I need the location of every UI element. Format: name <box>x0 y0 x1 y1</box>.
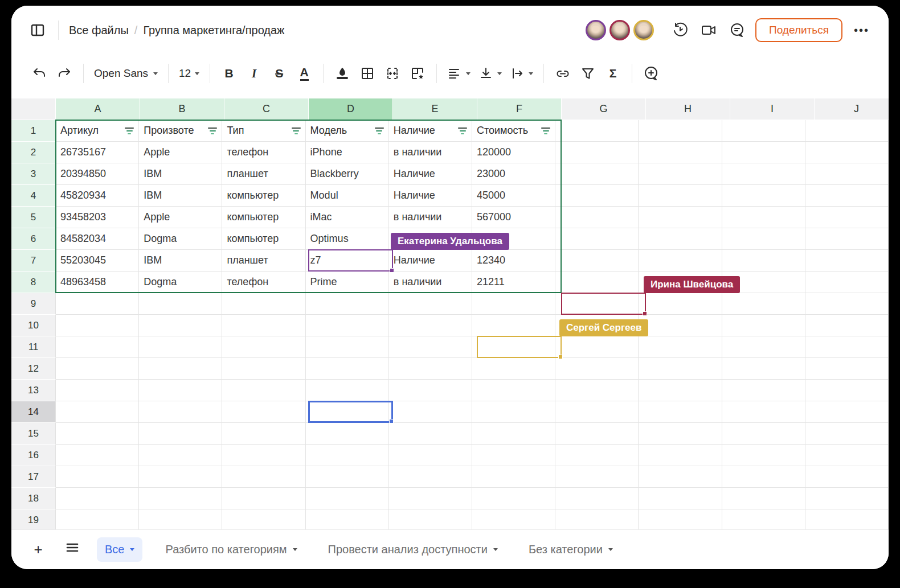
cell-H7[interactable] <box>639 250 722 272</box>
cell-C19[interactable] <box>222 509 305 529</box>
cell-C10[interactable] <box>222 315 305 336</box>
cell-A10[interactable] <box>56 315 139 336</box>
cell-F13[interactable] <box>472 380 555 401</box>
cell-I6[interactable] <box>722 228 805 250</box>
cell-G6[interactable] <box>555 228 639 250</box>
cell-G13[interactable] <box>555 380 639 401</box>
cell-A6[interactable]: 84582034 <box>56 228 139 250</box>
column-header-B[interactable]: B <box>140 98 224 120</box>
cell-H9[interactable] <box>639 293 722 315</box>
select-all-corner[interactable] <box>11 98 56 120</box>
cell-D16[interactable] <box>306 445 389 466</box>
cell-C5[interactable]: компьютер <box>222 207 305 228</box>
cell-C12[interactable] <box>222 358 305 380</box>
row-header-12[interactable]: 12 <box>11 358 56 380</box>
cell-H6[interactable] <box>639 228 722 250</box>
cell-F3[interactable]: 23000 <box>472 163 555 185</box>
column-header-A[interactable]: A <box>56 98 140 120</box>
version-history-icon[interactable] <box>670 20 690 40</box>
cell-C11[interactable] <box>222 336 305 358</box>
cell-J13[interactable] <box>805 380 889 401</box>
cell-I11[interactable] <box>722 336 805 358</box>
cell-I5[interactable] <box>722 207 805 228</box>
cell-B15[interactable] <box>139 423 222 445</box>
cell-D2[interactable]: iPhone <box>306 142 389 163</box>
cell-I15[interactable] <box>722 423 805 445</box>
cell-E8[interactable]: в наличии <box>389 272 472 293</box>
cell-I1[interactable] <box>722 120 805 142</box>
row-header-15[interactable]: 15 <box>11 423 56 445</box>
cell-B12[interactable] <box>139 358 222 380</box>
vertical-align-dropdown[interactable] <box>476 62 504 85</box>
column-header-G[interactable]: G <box>562 98 646 120</box>
cell-I12[interactable] <box>722 358 805 380</box>
avatar[interactable] <box>633 20 654 40</box>
row-header-19[interactable]: 19 <box>11 509 56 529</box>
redo-icon[interactable] <box>54 62 75 85</box>
cell-J5[interactable] <box>805 207 889 228</box>
sheet-list-icon[interactable] <box>63 540 82 559</box>
avatar[interactable] <box>586 20 606 40</box>
share-button[interactable]: Поделиться <box>755 18 842 42</box>
cell-J7[interactable] <box>805 250 889 272</box>
cell-D10[interactable] <box>306 315 389 336</box>
insert-link-icon[interactable] <box>552 62 574 85</box>
add-comment-icon[interactable] <box>640 62 662 85</box>
text-color-button[interactable]: A <box>293 62 315 85</box>
cell-F18[interactable] <box>472 488 555 509</box>
row-header-4[interactable]: 4 <box>11 185 56 207</box>
cell-B16[interactable] <box>139 445 222 466</box>
row-header-10[interactable]: 10 <box>11 315 56 336</box>
cell-J15[interactable] <box>805 423 889 445</box>
cell-J16[interactable] <box>805 445 889 466</box>
column-header-D[interactable]: D <box>309 98 393 120</box>
cell-D11[interactable] <box>306 336 389 358</box>
cell-I13[interactable] <box>722 380 805 401</box>
cell-F2[interactable]: 120000 <box>472 142 555 163</box>
column-header-F[interactable]: F <box>477 98 562 120</box>
cell-A2[interactable]: 26735167 <box>56 142 139 163</box>
cell-B2[interactable]: Apple <box>139 142 222 163</box>
sheet-tab[interactable]: Все <box>97 537 142 562</box>
cell-D13[interactable] <box>306 380 389 401</box>
cell-I10[interactable] <box>722 315 805 336</box>
cell-D3[interactable]: Blackberry <box>306 163 389 185</box>
cell-D19[interactable] <box>306 509 389 529</box>
cell-H17[interactable] <box>639 466 722 488</box>
row-header-14[interactable]: 14 <box>11 401 56 423</box>
borders-icon[interactable] <box>357 62 378 85</box>
cell-C7[interactable]: планшет <box>222 250 305 272</box>
cell-G12[interactable] <box>555 358 639 380</box>
cell-C2[interactable]: телефон <box>222 142 305 163</box>
cell-J1[interactable] <box>805 120 889 142</box>
avatar[interactable] <box>609 20 630 40</box>
cell-H16[interactable] <box>639 445 722 466</box>
cell-D6[interactable]: Optimus <box>306 228 389 250</box>
cell-A14[interactable] <box>56 401 139 423</box>
cell-B6[interactable]: Dogma <box>139 228 222 250</box>
cell-G3[interactable] <box>555 163 639 185</box>
cell-F7[interactable]: 12340 <box>472 250 555 272</box>
cell-A4[interactable]: 45820934 <box>56 185 139 207</box>
cell-F14[interactable] <box>472 401 555 423</box>
cell-A19[interactable] <box>56 509 139 529</box>
cell-A12[interactable] <box>56 358 139 380</box>
column-header-I[interactable]: I <box>730 98 815 120</box>
text-overflow-dropdown[interactable] <box>508 62 535 85</box>
cell-D4[interactable]: Modul <box>306 185 389 207</box>
add-sheet-button[interactable]: + <box>28 541 48 558</box>
column-header-H[interactable]: H <box>646 98 730 120</box>
merge-cells-icon[interactable] <box>382 62 403 85</box>
cell-B14[interactable] <box>139 401 222 423</box>
font-family-dropdown[interactable]: Open Sans <box>92 62 160 85</box>
cell-F8[interactable]: 21211 <box>472 272 555 293</box>
cell-B9[interactable] <box>139 293 222 315</box>
row-header-8[interactable]: 8 <box>11 272 56 293</box>
cell-J9[interactable] <box>805 293 889 315</box>
video-call-icon[interactable] <box>698 20 719 40</box>
cell-J4[interactable] <box>805 185 889 207</box>
cell-B17[interactable] <box>139 466 222 488</box>
italic-button[interactable]: I <box>243 62 265 85</box>
cell-D12[interactable] <box>306 358 389 380</box>
cell-G7[interactable] <box>555 250 639 272</box>
